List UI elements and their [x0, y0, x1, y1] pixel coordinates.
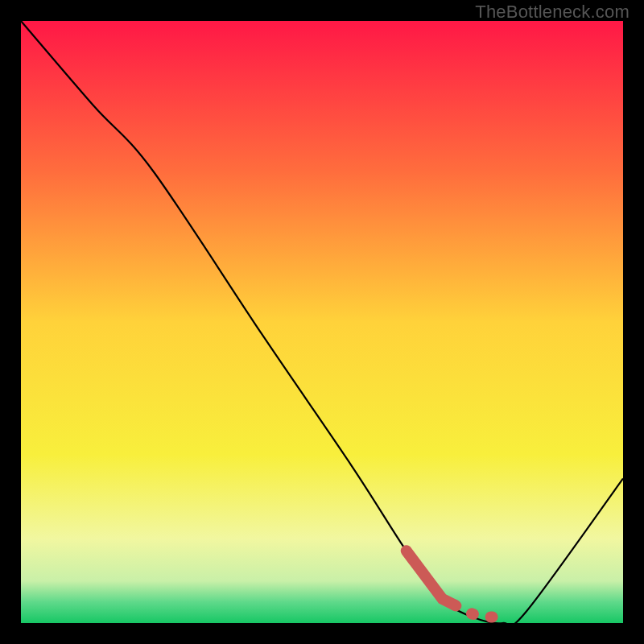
plot-area [21, 21, 623, 623]
chart-bg-gradient [21, 21, 623, 623]
chart-container: TheBottleneck.com [0, 0, 644, 644]
chart-svg [21, 21, 623, 623]
watermark-label: TheBottleneck.com [475, 2, 630, 23]
